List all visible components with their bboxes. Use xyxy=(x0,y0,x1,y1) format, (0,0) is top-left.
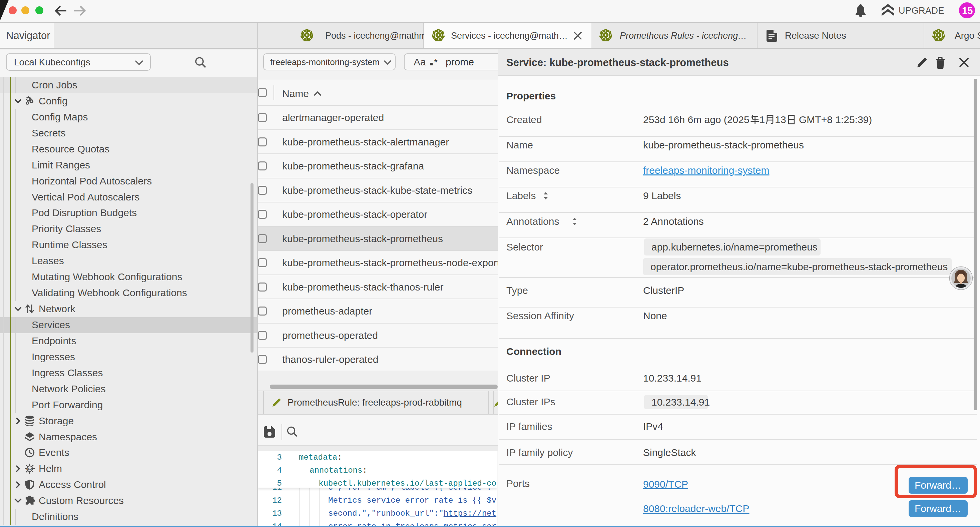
svg-text:HELM: HELM xyxy=(26,468,33,470)
svg-text:*: * xyxy=(434,58,438,66)
